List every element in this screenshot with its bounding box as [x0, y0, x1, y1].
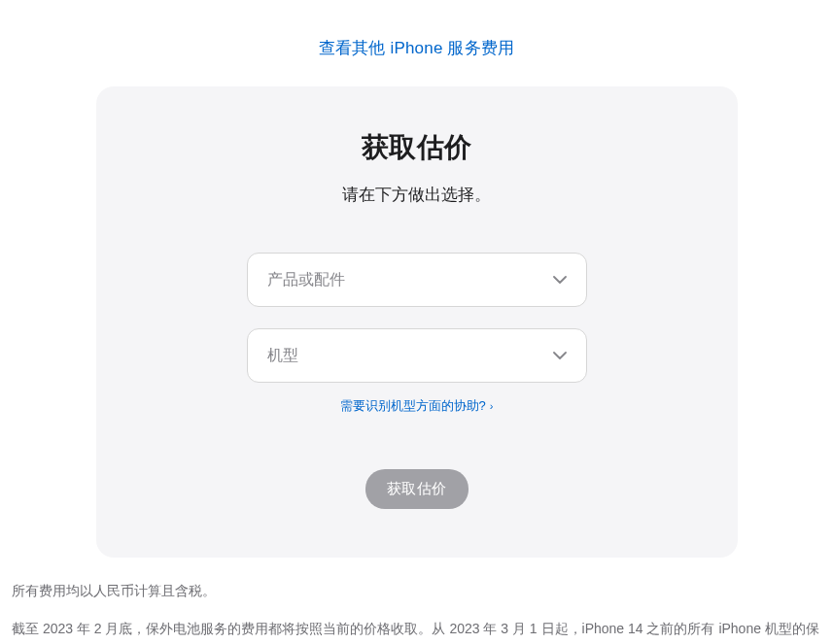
select-product-placeholder: 产品或配件 — [267, 270, 345, 290]
price-notice: 截至 2023 年 2 月底，保外电池服务的费用都将按照当前的价格收取。从 20… — [12, 617, 821, 644]
select-model-wrapper: 机型 — [247, 328, 587, 383]
help-link-label: 需要识别机型方面的协助? — [340, 397, 486, 415]
other-services-link[interactable]: 查看其他 iPhone 服务费用 — [319, 39, 515, 57]
submit-row: 获取估价 — [135, 469, 699, 509]
estimate-card: 获取估价 请在下方做出选择。 产品或配件 机型 需要识别机型方面的协助? › 获… — [96, 86, 738, 558]
card-title: 获取估价 — [135, 129, 699, 166]
model-help-link[interactable]: 需要识别机型方面的协助? › — [340, 397, 494, 415]
notice-text-line1: 截至 2023 年 2 月底，保外电池服务的费用都将按照当前的价格收取。从 20… — [12, 621, 819, 644]
top-link-section: 查看其他 iPhone 服务费用 — [0, 0, 833, 86]
chevron-down-icon — [553, 276, 567, 284]
get-estimate-button[interactable]: 获取估价 — [365, 469, 469, 509]
chevron-down-icon — [553, 352, 567, 359]
footer-text: 所有费用均以人民币计算且含税。 截至 2023 年 2 月底，保外电池服务的费用… — [0, 558, 833, 644]
tax-note: 所有费用均以人民币计算且含税。 — [12, 579, 821, 603]
select-product-wrapper: 产品或配件 — [247, 253, 587, 307]
select-product[interactable]: 产品或配件 — [247, 253, 587, 307]
card-subtitle: 请在下方做出选择。 — [135, 184, 699, 206]
select-model-placeholder: 机型 — [267, 346, 298, 366]
chevron-right-icon: › — [490, 400, 494, 412]
select-model[interactable]: 机型 — [247, 328, 587, 383]
